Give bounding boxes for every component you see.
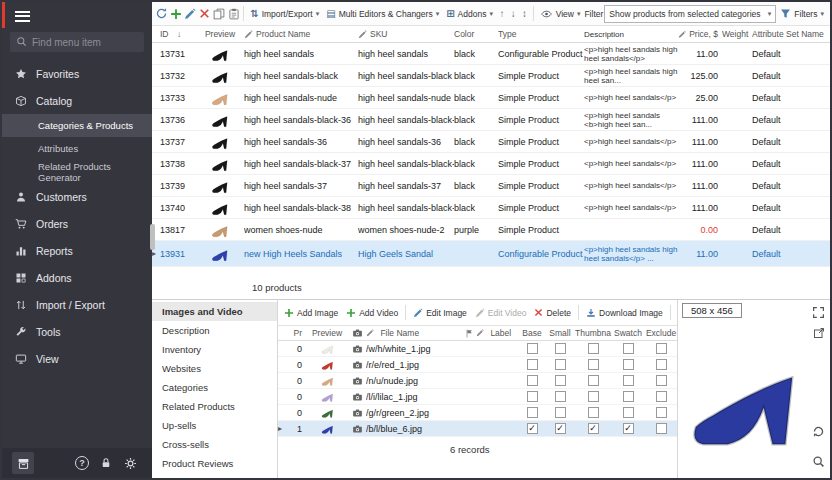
sort-toggle-icon[interactable]: ↕ [519,8,529,19]
sidebar-item-related-products-generator[interactable]: Related Products Generator [2,160,152,183]
fullscreen-icon[interactable] [810,304,827,321]
sidebar-item-reports[interactable]: Reports [2,237,152,264]
small-checkbox[interactable] [555,343,566,354]
product-row[interactable]: 13737high heel sandals-36high heel sanda… [152,131,830,153]
small-checkbox[interactable]: ✓ [555,423,566,434]
exclude-checkbox[interactable] [656,343,667,354]
tab-related-products[interactable]: Related Products [152,397,277,416]
column-header-label[interactable]: Label [476,328,518,338]
sidebar-item-tools[interactable]: Tools [2,318,152,345]
gear-icon[interactable] [118,452,142,474]
tab-images-and-video[interactable]: Images and Video [152,302,277,321]
small-checkbox[interactable] [555,391,566,402]
small-checkbox[interactable] [555,359,566,370]
sidebar-item-customers[interactable]: Customers [2,183,152,210]
thumbnail-checkbox[interactable]: ✓ [588,423,599,434]
menu-search-input[interactable] [32,37,138,48]
thumbnail-checkbox[interactable] [588,407,599,418]
column-header-name[interactable]: Product Name [244,29,358,39]
sidebar-item-catalog[interactable]: Catalog [2,87,152,114]
base-checkbox[interactable] [527,407,538,418]
image-row[interactable]: 0/r/e/red_1.jpg [278,357,677,373]
tab-categories[interactable]: Categories [152,378,277,397]
column-header-thumbnail[interactable]: Thumbna [574,328,612,338]
tab-cross-sells[interactable]: Cross-sells [152,435,277,454]
column-header-priority[interactable]: Pr [286,328,306,338]
add-video-button[interactable]: Add Video [343,306,401,320]
product-row[interactable]: 13733high heel sandals-nudehigh heel san… [152,87,830,109]
swatch-checkbox[interactable] [623,407,634,418]
column-header-weight[interactable]: Weight [722,29,750,39]
column-header-base[interactable]: Base [518,328,546,338]
view-button[interactable]: View▾ [537,6,584,22]
thumbnail-checkbox[interactable] [588,343,599,354]
zoom-icon[interactable] [810,453,827,470]
tab-inventory[interactable]: Inventory [152,340,277,359]
exclude-checkbox[interactable] [656,423,667,434]
set-resize-rule-button[interactable]: Set Resize Rule▾ [675,306,677,320]
product-row[interactable]: 13731high heel sandalshigh heel sandalsb… [152,43,830,65]
image-row[interactable]: 0/g/r/green_2.jpg [278,405,677,421]
import-export-button[interactable]: ⇅Import/Export▾ [247,6,322,21]
small-checkbox[interactable] [555,407,566,418]
edit-video-button[interactable]: Edit Video [472,306,530,320]
sidebar-item-orders[interactable]: Orders [2,210,152,237]
thumbnail-checkbox[interactable] [588,359,599,370]
download-image-button[interactable]: Download Image [583,306,666,320]
image-row[interactable]: 0/l/i/lilac_1.jpg [278,389,677,405]
sidebar-item-categories-products[interactable]: Categories & Products [2,114,152,137]
column-header-color[interactable]: Color [454,29,498,39]
exclude-checkbox[interactable] [656,359,667,370]
column-header-image-preview[interactable]: Preview [306,328,348,338]
rotate-icon[interactable] [810,423,827,440]
exclude-checkbox[interactable] [656,375,667,386]
image-row[interactable]: 0/n/u/nude.jpg [278,373,677,389]
base-checkbox[interactable]: ✓ [527,423,538,434]
camera-column-icon[interactable] [348,328,366,338]
product-row[interactable]: 13817women shoes-nudewomen shoes-nude-2p… [152,219,830,241]
exclude-checkbox[interactable] [656,407,667,418]
sidebar-item-view[interactable]: View [2,345,152,372]
column-header-small[interactable]: Small [546,328,574,338]
delete-image-button[interactable]: Delete [531,306,574,320]
swatch-checkbox[interactable] [623,343,634,354]
category-filter-select[interactable]: Show products from selected categories▾ [604,5,776,23]
base-checkbox[interactable] [527,375,538,386]
addons-button[interactable]: ⊞Addons▾ [443,6,496,21]
column-header-exclude[interactable]: Exclude [644,328,678,338]
swatch-checkbox[interactable] [623,359,634,370]
image-row[interactable]: 0/w/h/white_1.jpg [278,341,677,357]
swatch-checkbox[interactable] [623,375,634,386]
refresh-icon[interactable] [155,5,168,23]
swatch-checkbox[interactable]: ✓ [623,423,634,434]
add-product-icon[interactable] [169,5,182,23]
sidebar-item-attributes[interactable]: Attributes [2,137,152,160]
column-header-file-name[interactable]: File Name [366,328,462,338]
sidebar-item-favorites[interactable]: Favorites [2,60,152,87]
base-checkbox[interactable] [527,391,538,402]
flag-column-icon[interactable] [462,329,476,338]
base-checkbox[interactable] [527,343,538,354]
multi-editors-button[interactable]: ▤Multi Editors & Changers▾ [323,6,442,21]
swatch-checkbox[interactable] [623,391,634,402]
open-external-icon[interactable] [810,324,827,341]
hamburger-menu-icon[interactable] [15,8,30,24]
image-row-selected[interactable]: ▸1/b/l/blue_6.jpg✓✓✓✓ [278,421,677,437]
product-row-selected[interactable]: ▸13931new High Heels SandalsHigh Geels S… [152,241,830,267]
column-header-type[interactable]: Type [498,29,584,39]
edit-product-icon[interactable] [184,5,197,23]
tab-up-sells[interactable]: Up-sells [152,416,277,435]
column-header-attribute-set[interactable]: Attribute Set Name [750,29,830,39]
column-header-swatch[interactable]: Swatch [612,328,644,338]
thumbnail-checkbox[interactable] [588,375,599,386]
copy-icon[interactable] [213,5,226,23]
column-header-price[interactable]: Price, $ [678,29,722,39]
edit-image-button[interactable]: Edit Image [410,306,470,320]
column-header-id[interactable]: ID ↓ [160,29,196,39]
column-header-preview[interactable]: Preview [196,29,244,39]
tab-product-reviews[interactable]: Product Reviews [152,454,277,473]
lock-icon[interactable] [94,452,118,474]
delete-product-icon[interactable] [198,5,211,23]
tab-websites[interactable]: Websites [152,359,277,378]
product-row[interactable]: 13732high heel sandals-blackhigh heel sa… [152,65,830,87]
